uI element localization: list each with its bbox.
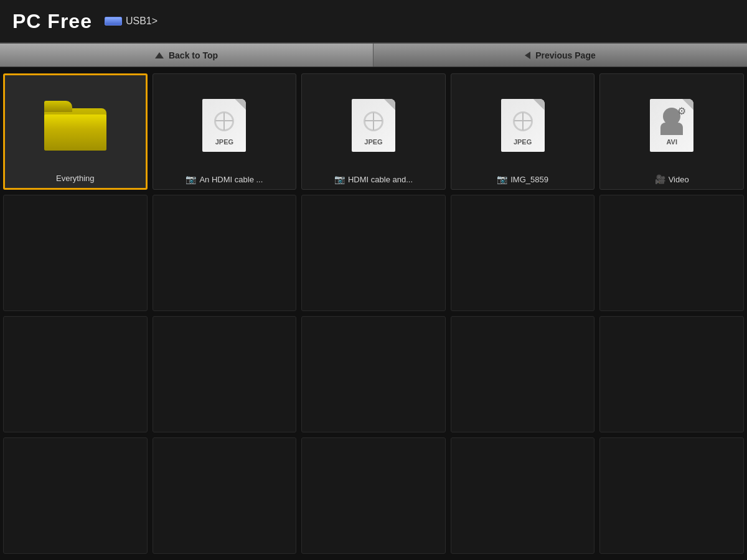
jpeg-icon-area: JPEG: [158, 79, 291, 172]
empty-cell: [3, 316, 148, 432]
file-label-area: 📷 An HDMI cable ...: [158, 172, 291, 184]
app-header: PC Free USB1>: [0, 0, 747, 44]
folder-icon-area: [10, 80, 141, 171]
file-name: Video: [669, 175, 689, 184]
empty-cell: [153, 437, 297, 554]
doc-cross-v: [373, 113, 374, 130]
avi-icon: ⚙ AVI: [650, 99, 693, 152]
gear-icon: ⚙: [677, 105, 688, 116]
empty-cell: [599, 437, 744, 554]
doc-type-label: JPEG: [364, 138, 382, 146]
avi-body: [660, 123, 683, 135]
empty-cell: [599, 195, 744, 311]
doc-corner: [533, 99, 545, 110]
back-to-top-button[interactable]: Back to Top: [0, 44, 374, 67]
doc-page: JPEG: [501, 99, 545, 152]
empty-cell: [451, 316, 595, 432]
folder-front: [44, 114, 106, 151]
previous-page-button[interactable]: Previous Page: [374, 44, 747, 67]
doc-page: JPEG: [202, 99, 246, 152]
doc-cross-v: [223, 113, 225, 130]
avi-page: ⚙ AVI: [650, 99, 693, 152]
video-camera-icon: 🎥: [655, 174, 665, 184]
file-name: HDMI cable and...: [348, 175, 413, 184]
file-name: An HDMI cable ...: [199, 175, 263, 184]
arrow-prev-icon: [525, 52, 530, 59]
folder-tab: [44, 101, 72, 112]
doc-type-label: JPEG: [215, 138, 233, 146]
camera-icon: 📷: [497, 174, 507, 184]
file-label-area: 📷 IMG_5859: [456, 172, 590, 184]
file-name: IMG_5859: [510, 175, 548, 184]
empty-cell: [3, 195, 148, 311]
file-item-img5859[interactable]: JPEG 📷 IMG_5859: [451, 73, 595, 190]
arrow-up-icon: [155, 52, 164, 58]
empty-cell: [451, 195, 595, 311]
file-grid: Everything JPEG 📷 An HDMI cable ...: [0, 67, 747, 560]
file-item-hdmi2[interactable]: JPEG 📷 HDMI cable and...: [301, 73, 446, 190]
jpeg-icon-area: JPEG: [456, 79, 590, 172]
file-name: Everything: [56, 174, 94, 183]
jpeg-icon: JPEG: [501, 99, 545, 152]
folder-icon: [44, 101, 106, 151]
previous-page-label: Previous Page: [535, 50, 596, 60]
empty-cell: [153, 195, 297, 311]
empty-cell: [599, 316, 744, 432]
empty-cell: [301, 195, 446, 311]
doc-cross-v: [522, 113, 524, 130]
file-item-everything[interactable]: Everything: [3, 73, 148, 190]
avi-icon-area: ⚙ AVI: [605, 79, 738, 172]
app-title: PC Free: [12, 10, 92, 33]
usb-icon: [105, 17, 122, 26]
nav-bar: Back to Top Previous Page: [0, 44, 747, 67]
file-label-area: 🎥 Video: [605, 172, 738, 184]
empty-cell: [301, 316, 446, 432]
file-item-video[interactable]: ⚙ AVI 🎥 Video: [599, 73, 744, 190]
doc-page: JPEG: [352, 99, 395, 152]
file-label-area: Everything: [10, 171, 141, 183]
doc-type-label: AVI: [666, 138, 677, 146]
doc-type-label: JPEG: [514, 138, 532, 146]
jpeg-icon: JPEG: [202, 99, 246, 152]
jpeg-icon: JPEG: [352, 99, 395, 152]
empty-cell: [451, 437, 595, 554]
jpeg-icon-area: JPEG: [307, 79, 440, 172]
back-to-top-label: Back to Top: [169, 50, 218, 60]
camera-icon: 📷: [334, 174, 345, 184]
file-label-area: 📷 HDMI cable and...: [307, 172, 440, 184]
empty-cell: [153, 316, 297, 432]
usb-label: USB1>: [126, 16, 157, 27]
empty-cell: [301, 437, 446, 554]
doc-corner: [235, 99, 246, 110]
empty-cell: [3, 437, 148, 554]
camera-icon: 📷: [186, 174, 196, 184]
doc-corner: [384, 99, 395, 110]
file-item-hdmi1[interactable]: JPEG 📷 An HDMI cable ...: [153, 73, 297, 190]
usb-badge: USB1>: [105, 16, 157, 27]
